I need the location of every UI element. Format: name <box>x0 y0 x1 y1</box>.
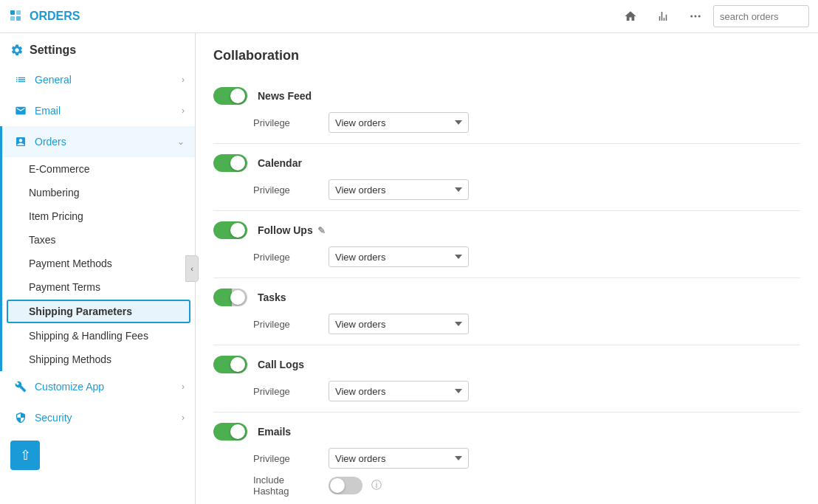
customize-icon <box>13 379 29 395</box>
subnav-taxes[interactable]: Taxes <box>2 228 195 252</box>
home-icon <box>624 10 637 23</box>
subnav-payment-methods-label: Payment Methods <box>29 258 112 269</box>
subnav-shipping-methods[interactable]: Shipping Methods <box>2 348 195 371</box>
call-logs-toggle[interactable] <box>213 356 247 373</box>
tasks-privilege-select[interactable]: View orders Edit orders No access <box>329 314 469 334</box>
chart-button[interactable] <box>648 1 678 31</box>
news-feed-privilege-row: Privilege View orders Edit orders No acc… <box>253 112 800 133</box>
subnav-ecommerce[interactable]: E-Commerce <box>2 157 195 181</box>
email-icon <box>13 103 29 119</box>
main-content: Collaboration News Feed Privilege V <box>196 33 818 504</box>
tasks-header: Tasks <box>213 289 800 306</box>
news-feed-toggle[interactable] <box>213 87 247 105</box>
emails-hashtag-row: Include Hashtag ⓘ <box>253 474 800 497</box>
sidebar-item-general-label: General <box>35 74 182 86</box>
subnav-payment-methods[interactable]: Payment Methods <box>2 252 195 275</box>
subnav-shipping-parameters[interactable]: Shipping Parameters <box>7 300 190 323</box>
sidebar-item-email[interactable]: Email › <box>0 95 195 126</box>
follow-ups-toggle[interactable] <box>213 221 247 239</box>
subnav-ecommerce-label: E-Commerce <box>29 163 89 175</box>
tasks-title: Tasks <box>258 291 286 303</box>
emails-fields: Privilege View orders Edit orders No acc… <box>253 448 800 497</box>
news-feed-fields: Privilege View orders Edit orders No acc… <box>253 112 800 133</box>
emails-hashtag-toggle[interactable] <box>329 477 362 494</box>
emails-toggle[interactable] <box>213 423 247 441</box>
customize-chevron-icon: › <box>182 382 185 392</box>
security-chevron-icon: › <box>182 412 185 423</box>
collapse-sidebar-button[interactable]: ‹ <box>185 255 199 282</box>
subnav-payment-terms[interactable]: Payment Terms <box>2 275 195 299</box>
subnav-shipping-handling-label: Shipping & Handling Fees <box>29 330 148 342</box>
more-button[interactable] <box>681 1 710 31</box>
tasks-toggle-track <box>213 289 247 306</box>
follow-ups-title: Follow Ups ✎ <box>258 224 326 236</box>
sidebar-item-orders[interactable]: Orders ⌄ <box>0 126 195 157</box>
tasks-toggle[interactable] <box>213 289 247 306</box>
news-feed-header: News Feed <box>213 87 800 105</box>
subnav-numbering[interactable]: Numbering <box>2 181 195 204</box>
subnav-shipping-methods-label: Shipping Methods <box>29 353 111 365</box>
search-input[interactable] <box>713 5 809 27</box>
orders-sub-nav: E-Commerce Numbering Item Pricing Taxes … <box>0 157 195 371</box>
collab-item-calendar: Calendar Privilege View orders Edit orde… <box>213 144 800 211</box>
settings-header: Settings <box>0 33 195 64</box>
top-bar: ORDERS <box>0 0 818 33</box>
hashtag-info-icon[interactable]: ⓘ <box>371 479 382 492</box>
sidebar-item-customize[interactable]: Customize App › <box>0 371 195 402</box>
news-feed-privilege-select[interactable]: View orders Edit orders No access <box>329 112 469 133</box>
call-logs-title: Call Logs <box>258 359 304 370</box>
app-logo: ORDERS <box>9 8 80 24</box>
tasks-fields: Privilege View orders Edit orders No acc… <box>253 314 800 334</box>
general-icon <box>13 72 29 88</box>
follow-ups-privilege-label: Privilege <box>253 252 320 263</box>
more-icon <box>689 10 702 23</box>
general-chevron-icon: › <box>182 75 185 85</box>
subnav-numbering-label: Numbering <box>29 187 79 199</box>
follow-ups-edit-icon[interactable]: ✎ <box>317 225 326 236</box>
follow-ups-privilege-row: Privilege View orders Edit orders No acc… <box>253 246 800 267</box>
follow-ups-privilege-select[interactable]: View orders Edit orders No access <box>329 246 469 267</box>
svg-rect-2 <box>10 16 15 21</box>
orders-icon <box>13 134 29 150</box>
calendar-title: Calendar <box>258 157 302 169</box>
collab-item-tasks: Tasks Privilege View orders Edit orders … <box>213 278 800 345</box>
calendar-toggle[interactable] <box>213 154 247 172</box>
sidebar-item-email-label: Email <box>35 105 182 117</box>
subnav-item-pricing[interactable]: Item Pricing <box>2 204 195 228</box>
sidebar-item-security[interactable]: Security › <box>0 402 195 433</box>
calendar-fields: Privilege View orders Edit orders No acc… <box>253 179 800 200</box>
top-bar-icons <box>616 1 809 31</box>
news-feed-privilege-label: Privilege <box>253 117 320 128</box>
scroll-top-button[interactable]: ⇧ <box>10 441 40 470</box>
svg-point-5 <box>695 15 697 18</box>
emails-privilege-select[interactable]: View orders Edit orders No access <box>329 448 469 469</box>
home-button[interactable] <box>616 1 645 31</box>
call-logs-header: Call Logs <box>213 356 800 373</box>
emails-header: Emails <box>213 423 800 441</box>
tasks-privilege-label: Privilege <box>253 319 320 330</box>
security-icon <box>13 410 29 426</box>
orders-chevron-icon: ⌄ <box>177 137 185 147</box>
calendar-privilege-label: Privilege <box>253 184 320 196</box>
emails-privilege-row: Privilege View orders Edit orders No acc… <box>253 448 800 469</box>
svg-rect-0 <box>10 10 15 15</box>
calendar-privilege-row: Privilege View orders Edit orders No acc… <box>253 179 800 200</box>
svg-point-6 <box>698 15 701 18</box>
calendar-privilege-select[interactable]: View orders Edit orders No access <box>329 179 469 200</box>
follow-ups-fields: Privilege View orders Edit orders No acc… <box>253 246 800 267</box>
svg-rect-3 <box>16 16 21 21</box>
emails-privilege-label: Privilege <box>253 453 320 464</box>
collab-item-emails: Emails Privilege View orders Edit orders… <box>213 412 800 504</box>
tasks-privilege-row: Privilege View orders Edit orders No acc… <box>253 314 800 334</box>
emails-hashtag-label: Include Hashtag <box>253 474 320 497</box>
sidebar: Settings General › Email › Orders ⌄ <box>0 33 196 504</box>
call-logs-fields: Privilege View orders Edit orders No acc… <box>253 381 800 401</box>
sidebar-item-general[interactable]: General › <box>0 64 195 95</box>
chart-icon <box>656 10 670 23</box>
follow-ups-header: Follow Ups ✎ <box>213 221 800 239</box>
call-logs-privilege-label: Privilege <box>253 386 320 397</box>
subnav-shipping-parameters-label: Shipping Parameters <box>29 305 132 317</box>
settings-icon <box>10 44 24 57</box>
call-logs-privilege-select[interactable]: View orders Edit orders No access <box>329 381 469 401</box>
subnav-shipping-handling[interactable]: Shipping & Handling Fees <box>2 324 195 348</box>
